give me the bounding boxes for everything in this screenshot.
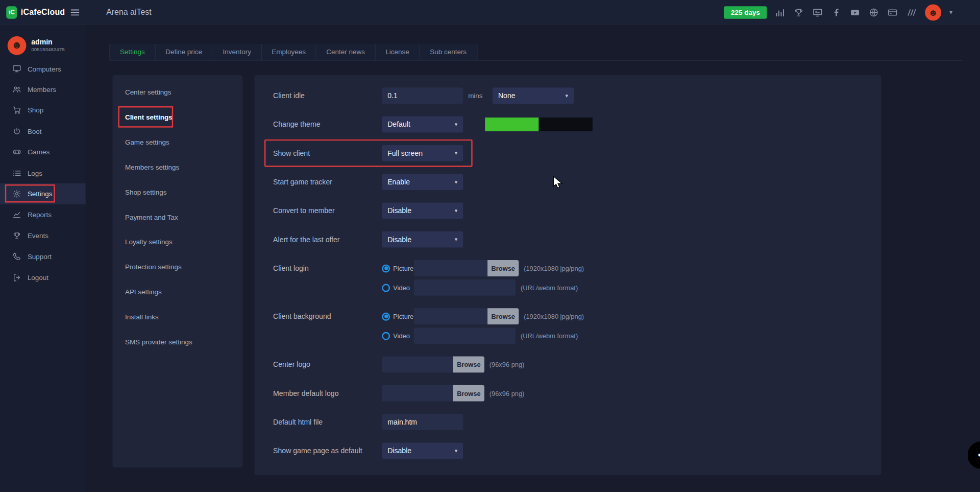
license-days-badge[interactable]: 225 days [724,6,767,18]
sidebar-item-boot[interactable]: Boot [0,121,86,142]
tab-employees[interactable]: Employees [262,44,316,60]
settings-nav-game-settings[interactable]: Game settings [112,129,242,154]
tab-settings[interactable]: Settings [109,44,155,60]
facebook-icon[interactable] [831,7,842,17]
default-html-file-label: Default html file [273,418,382,426]
sidebar-item-logs[interactable]: Logs [0,162,86,183]
nav-item-label: Center settings [125,88,172,96]
client-idle-input[interactable] [382,87,463,104]
client-idle-row: Client idle mins None ▾ [254,87,881,104]
settings-nav-members-settings[interactable]: Members settings [112,154,242,179]
client-idle-action-select[interactable]: None ▾ [493,87,574,104]
sidebar-item-reports[interactable]: Reports [0,204,86,225]
chevron-down-icon: ▾ [455,121,458,127]
billing-card-icon[interactable] [888,7,898,17]
settings-nav-client-settings[interactable]: Client settings [112,104,242,129]
center-logo-label: Center logo [273,361,382,368]
trophy-icon[interactable] [794,7,804,17]
gamepad-icon [12,148,21,156]
settings-nav-center-settings[interactable]: Center settings [112,79,242,104]
sidebar-item-games[interactable]: Games [0,142,86,162]
sidebar-item-settings[interactable]: Settings [0,183,86,204]
client-background-label: Client background [273,308,382,344]
cart-icon [12,106,21,114]
tab-define-price[interactable]: Define price [156,44,213,60]
theme-preview [485,118,593,131]
trophy-icon [12,231,21,240]
start-game-tracker-row: Start game tracker Enable ▾ [254,174,881,190]
settings-nav-shop-settings[interactable]: Shop settings [112,179,242,204]
tab-center-news[interactable]: Center news [316,44,376,60]
tab-label: Settings [120,48,145,56]
client-background-video-input[interactable] [414,327,516,344]
face-icon: ☻ [928,7,938,17]
client-background-picture-radio[interactable] [382,312,390,320]
settings-nav-payment-and-tax[interactable]: Payment and Tax [112,204,242,229]
client-background-picture-browse-button[interactable]: Browse [487,308,519,324]
center-logo-browse-button[interactable]: Browse [453,357,484,373]
client-login-video-input[interactable] [414,279,516,296]
sidebar-item-support[interactable]: Support [0,246,86,267]
logout-icon [12,273,21,282]
sidebar-item-computers[interactable]: Computers [0,58,86,79]
client-login-label: Client login [273,260,382,296]
settings-nav-install-links[interactable]: Install links [112,304,242,330]
client-background-video-radio[interactable] [382,332,390,340]
power-icon [12,127,21,135]
topbar: iC iCafeCloud Arena aiTest 225 days [0,0,980,25]
settings-nav-loyalty-settings[interactable]: Loyalty settings [112,229,242,254]
nav-item-label: Game settings [125,138,169,146]
convert-to-member-label: Convert to member [273,207,382,215]
tab-inventory[interactable]: Inventory [213,44,262,60]
client-login-picture-input[interactable] [414,260,487,276]
select-value: Default [387,121,410,128]
client-login-video-radio[interactable] [382,284,390,292]
client-background-picture-input[interactable] [414,308,487,324]
center-logo-input[interactable] [382,357,453,373]
client-login-picture-radio[interactable] [382,264,390,272]
sidebar-item-label: Members [28,86,56,93]
user-avatar[interactable]: ☻ [925,4,941,20]
show-game-page-select[interactable]: Disable ▾ [382,442,463,459]
client-background-video-hint: (URL/webm format) [521,332,578,340]
alert-last-offer-select[interactable]: Disable ▾ [382,231,463,248]
sidebar-user-avatar: ☻ [8,36,27,55]
tab-sub-centers[interactable]: Sub centers [420,44,477,60]
nav-item-label: Shop settings [125,188,167,196]
tab-label: Define price [165,48,202,56]
stats-icon[interactable] [775,7,786,17]
client-login-video-hint: (URL/webm format) [521,284,578,292]
default-html-file-input[interactable] [382,414,463,430]
chevron-down-icon[interactable]: ▾ [949,9,952,15]
sidebar-item-members[interactable]: Members [0,79,86,100]
tab-license[interactable]: License [376,44,420,60]
settings-nav-panel: Center settings Client settings Game set… [112,75,242,467]
sidebar-item-events[interactable]: Events [0,225,86,246]
sidebar-item-label: Logout [28,273,48,281]
globe-icon[interactable] [869,7,879,17]
sidebar-item-logout[interactable]: Logout [0,267,86,288]
settings-nav-protection-settings[interactable]: Protection settings [112,254,242,279]
display-icon[interactable] [813,7,823,17]
convert-to-member-row: Convert to member Disable ▾ [254,202,881,219]
select-value: Disable [387,447,411,455]
tab-label: Center news [326,48,365,56]
sidebar-item-shop[interactable]: Shop [0,100,86,121]
chevron-down-icon: ▾ [566,92,569,99]
youtube-icon[interactable] [850,7,861,17]
start-game-tracker-select[interactable]: Enable ▾ [382,174,463,190]
member-default-logo-input[interactable] [382,385,453,402]
sidebar-user-block[interactable]: ☻ admin 005193482475 [0,25,86,58]
settings-nav-sms-provider-settings[interactable]: SMS provider settings [112,330,242,355]
show-client-select[interactable]: Full screen ▾ [382,145,463,161]
select-value: Disable [387,236,411,243]
settings-nav-api-settings[interactable]: API settings [112,279,242,304]
change-theme-label: Change theme [273,121,382,128]
monitor-icon [12,64,21,73]
client-login-picture-browse-button[interactable]: Browse [487,260,519,276]
member-default-logo-browse-button[interactable]: Browse [453,385,484,402]
layers-icon[interactable] [906,7,917,17]
hamburger-menu-icon[interactable] [70,7,80,17]
change-theme-select[interactable]: Default ▾ [382,116,463,133]
convert-to-member-select[interactable]: Disable ▾ [382,202,463,219]
